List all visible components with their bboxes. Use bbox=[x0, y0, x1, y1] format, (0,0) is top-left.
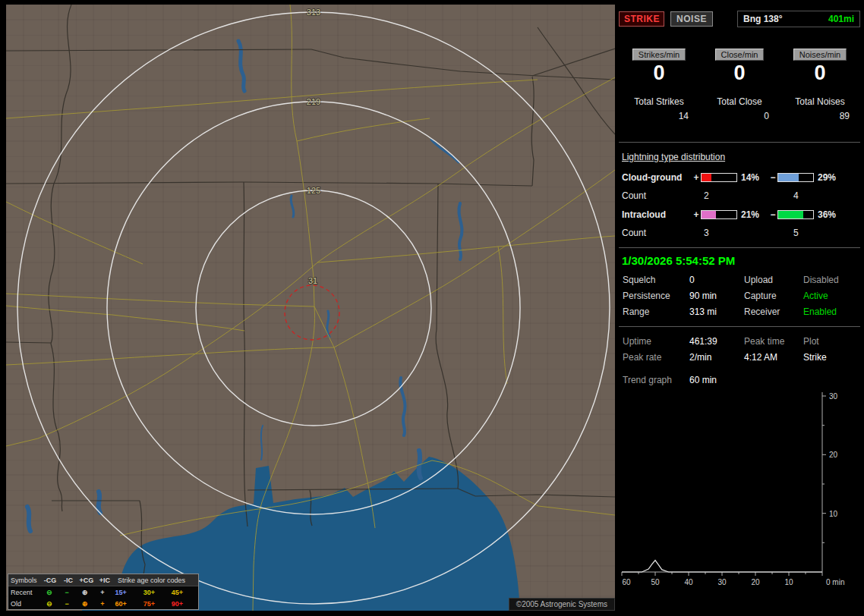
age-code-60: 60+ bbox=[112, 600, 140, 608]
cloud-ground-neg-bar bbox=[777, 173, 814, 182]
legend-col-pos-ic: +IC bbox=[96, 577, 114, 584]
total-noises-col: Total Noises 89 bbox=[780, 96, 860, 121]
noises-per-min-label: Noises/min bbox=[793, 49, 847, 61]
settings-grid: Squelch 0 Upload Disabled Persistence 90… bbox=[619, 275, 860, 317]
noises-per-min-col: Noises/min 0 bbox=[780, 49, 860, 83]
divider bbox=[619, 326, 860, 327]
old-neg-ic-icon: − bbox=[58, 600, 75, 608]
noise-button[interactable]: NOISE bbox=[670, 11, 713, 27]
cloud-ground-neg-pct: 29% bbox=[814, 172, 845, 183]
minus-sign: − bbox=[768, 209, 777, 220]
count-label: Count bbox=[622, 228, 692, 240]
squelch-label: Squelch bbox=[623, 275, 689, 285]
rates-row: Strikes/min 0 Close/min 0 Noises/min 0 bbox=[619, 49, 860, 83]
range-value: 313 mi bbox=[689, 306, 744, 317]
cloud-ground-neg-fill bbox=[778, 174, 799, 181]
upload-status: Disabled bbox=[803, 275, 860, 285]
x-tick-label: 50 bbox=[651, 578, 660, 586]
intracloud-pos-fill bbox=[702, 211, 716, 218]
close-per-min-label: Close/min bbox=[715, 49, 765, 61]
legend-age-header: Strike age color codes bbox=[114, 577, 196, 584]
old-pos-ic-icon: + bbox=[93, 600, 111, 608]
intracloud-pos-count: 3 bbox=[692, 228, 789, 240]
bearing-range: 401mi bbox=[828, 14, 854, 24]
total-close-col: Total Close 0 bbox=[699, 96, 780, 121]
distribution-title: Lightning type distribution bbox=[622, 152, 860, 162]
receiver-label: Receiver bbox=[744, 306, 803, 317]
age-code-90: 90+ bbox=[168, 600, 196, 608]
cloud-ground-neg-count: 4 bbox=[789, 190, 799, 203]
x-tick-label: 30 bbox=[717, 578, 727, 586]
legend-old-row: Old ⊖ − ⊕ + 60+ 75+ 90+ bbox=[8, 598, 198, 609]
persistence-label: Persistence bbox=[623, 291, 689, 301]
receiver-status: Enabled bbox=[803, 306, 860, 317]
current-datetime: 1/30/2026 5:54:52 PM bbox=[622, 254, 860, 267]
plot-mode-value: Strike bbox=[803, 352, 860, 363]
divider bbox=[619, 247, 860, 248]
peak-rate-label: Peak rate bbox=[623, 352, 689, 363]
header-row: STRIKE NOISE Bng 138° 401mi bbox=[619, 11, 860, 27]
map-legend: Symbols -CG -IC +CG +IC Strike age color… bbox=[8, 574, 199, 610]
ring-label-31: 31 bbox=[308, 276, 317, 285]
minus-sign: − bbox=[768, 172, 777, 183]
total-close-label: Total Close bbox=[699, 96, 780, 107]
total-strikes-value: 14 bbox=[619, 111, 699, 121]
persistence-value: 90 min bbox=[689, 291, 744, 301]
intracloud-neg-pct: 36% bbox=[814, 209, 845, 220]
strikes-per-min-col: Strikes/min 0 bbox=[619, 49, 699, 83]
y-tick-label: 30 bbox=[829, 392, 838, 401]
legend-recent-row: Recent ⊖ − ⊕ + 15+ 30+ 45+ bbox=[8, 586, 198, 598]
cloud-ground-pos-pct: 14% bbox=[737, 172, 768, 183]
cloud-ground-pos-count: 2 bbox=[692, 190, 789, 203]
ring-label-313: 313 bbox=[307, 8, 320, 17]
total-strikes-label: Total Strikes bbox=[619, 96, 699, 107]
strikes-per-min-value: 0 bbox=[653, 63, 664, 83]
intracloud-pos-pct: 21% bbox=[737, 209, 768, 220]
intracloud-row: Intracloud + 21% − 36% bbox=[619, 209, 860, 221]
trend-graph-duration: 60 min bbox=[689, 375, 744, 385]
old-neg-cg-icon: ⊖ bbox=[40, 600, 58, 608]
cloud-ground-pos-fill bbox=[702, 174, 711, 181]
recent-pos-ic-icon: + bbox=[93, 589, 111, 596]
uptime-value: 461:39 bbox=[689, 336, 744, 347]
legend-col-pos-cg: +CG bbox=[77, 577, 96, 584]
intracloud-count-row: Count 3 5 bbox=[619, 228, 860, 240]
peak-rate-value: 2/min bbox=[689, 352, 744, 363]
trend-graph-chart: 1020306050403020100 min bbox=[619, 388, 860, 601]
cloud-ground-row: Cloud-ground + 14% − 29% bbox=[619, 171, 860, 184]
y-tick-label: 20 bbox=[829, 451, 838, 459]
recent-neg-cg-icon: ⊖ bbox=[40, 589, 58, 596]
total-noises-label: Total Noises bbox=[780, 96, 860, 107]
cloud-ground-pos-bar bbox=[701, 173, 737, 182]
peak-time-label: Peak time bbox=[744, 336, 803, 347]
plot-label: Plot bbox=[803, 336, 860, 347]
noises-per-min-value: 0 bbox=[814, 63, 825, 83]
legend-col-neg-cg: -CG bbox=[41, 577, 59, 584]
strike-button[interactable]: STRIKE bbox=[619, 11, 664, 27]
old-pos-cg-icon: ⊕ bbox=[76, 600, 93, 608]
legend-col-neg-ic: -IC bbox=[59, 577, 77, 584]
intracloud-neg-count: 5 bbox=[789, 228, 799, 240]
x-tick-label: 20 bbox=[751, 578, 760, 586]
strikes-per-min-label: Strikes/min bbox=[632, 49, 686, 61]
close-per-min-col: Close/min 0 bbox=[699, 49, 780, 83]
intracloud-pos-bar bbox=[701, 210, 737, 219]
squelch-value: 0 bbox=[689, 275, 744, 285]
plus-sign: + bbox=[692, 209, 701, 220]
copyright-notice: ©2005 Astrogenic Systems bbox=[509, 598, 615, 611]
bearing-display: Bng 138° 401mi bbox=[737, 11, 860, 27]
y-tick-label: 10 bbox=[829, 510, 838, 518]
ring-label-125: 125 bbox=[307, 186, 320, 195]
total-noises-value: 89 bbox=[780, 111, 860, 121]
legend-header-row: Symbols -CG -IC +CG +IC Strike age color… bbox=[8, 574, 198, 586]
legend-recent-label: Recent bbox=[11, 589, 40, 596]
peak-time-value: 4:12 AM bbox=[744, 352, 803, 363]
age-code-75: 75+ bbox=[140, 600, 168, 608]
legend-symbols-header: Symbols bbox=[11, 577, 41, 584]
x-tick-label: 60 bbox=[622, 578, 631, 586]
intracloud-neg-bar bbox=[777, 210, 814, 219]
total-close-value: 0 bbox=[699, 111, 780, 121]
age-code-15: 15+ bbox=[112, 589, 140, 596]
capture-status: Active bbox=[803, 291, 860, 301]
intracloud-label: Intracloud bbox=[622, 209, 692, 220]
